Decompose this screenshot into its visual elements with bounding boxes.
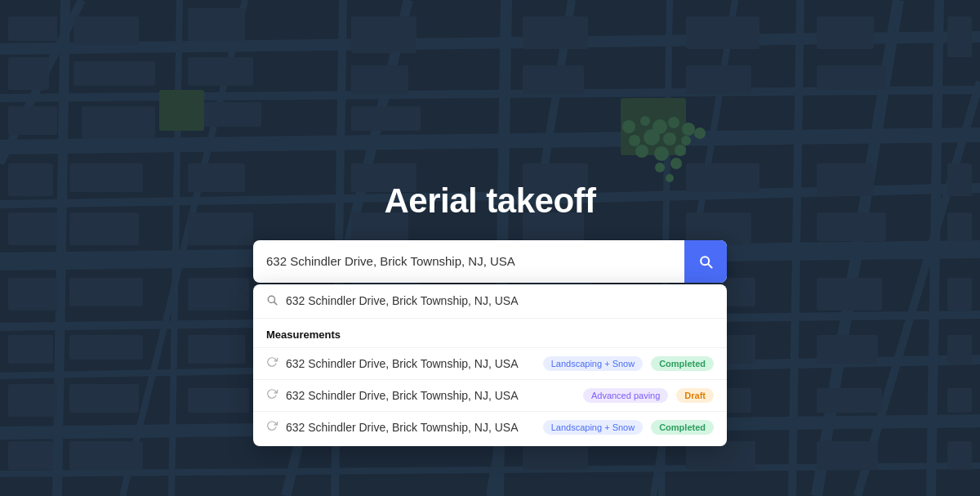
refresh-icon-2 [266, 388, 278, 402]
refresh-icon-3 [266, 420, 278, 434]
measurement-row[interactable]: 632 Schindler Drive, Brick Township, NJ,… [253, 379, 727, 411]
measurement-address-1: 632 Schindler Drive, Brick Township, NJ,… [286, 357, 535, 370]
measurement-status-2: Draft [676, 388, 714, 403]
measurements-label: Measurements [253, 325, 727, 347]
suggestion-text: 632 Schindler Drive, Brick Township, NJ,… [286, 294, 519, 307]
measurements-section: Measurements 632 Schindler Drive, Brick … [253, 319, 727, 446]
measurement-tag-1: Landscaping + Snow [543, 356, 643, 371]
search-suggestion-icon [266, 294, 278, 308]
content-overlay: Aerial takeoff 632 S [0, 0, 980, 496]
measurement-tag-3: Landscaping + Snow [543, 420, 643, 435]
measurement-address-2: 632 Schindler Drive, Brick Township, NJ,… [286, 389, 575, 402]
search-dropdown: 632 Schindler Drive, Brick Township, NJ,… [253, 284, 727, 446]
measurement-address-3: 632 Schindler Drive, Brick Township, NJ,… [286, 421, 535, 434]
measurement-status-3: Completed [651, 420, 714, 435]
search-input-wrapper [253, 240, 727, 283]
measurement-row[interactable]: 632 Schindler Drive, Brick Township, NJ,… [253, 347, 727, 379]
refresh-icon-1 [266, 356, 278, 370]
svg-line-108 [274, 302, 277, 304]
measurement-row[interactable]: 632 Schindler Drive, Brick Township, NJ,… [253, 411, 727, 443]
suggestion-item[interactable]: 632 Schindler Drive, Brick Township, NJ,… [253, 284, 727, 319]
page-title: Aerial takeoff [384, 181, 595, 221]
measurement-tag-2: Advanced paving [583, 388, 668, 403]
search-input[interactable] [253, 240, 684, 283]
search-container: 632 Schindler Drive, Brick Township, NJ,… [253, 240, 727, 283]
search-button[interactable] [684, 240, 727, 283]
measurement-status-1: Completed [651, 356, 714, 371]
